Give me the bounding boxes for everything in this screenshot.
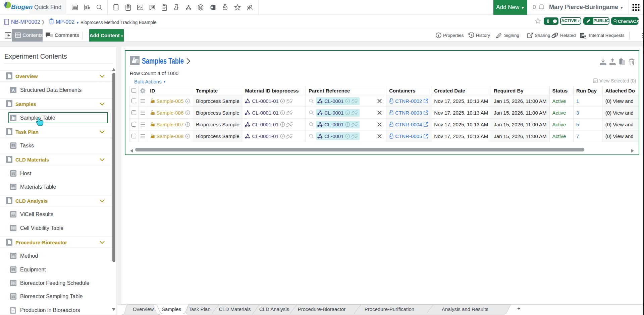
svg-text:A: A [12,88,15,93]
svg-text:Biogen: Biogen [11,3,33,10]
